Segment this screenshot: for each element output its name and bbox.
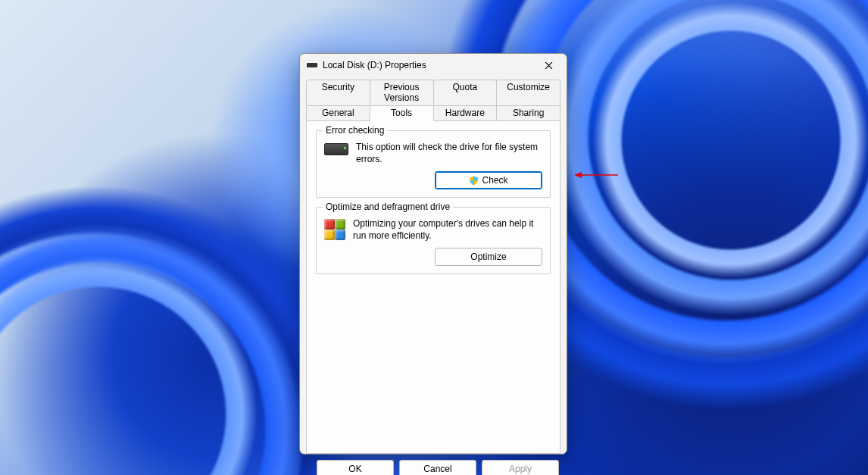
- ok-button[interactable]: OK: [317, 460, 394, 475]
- defragment-icon: [324, 219, 345, 240]
- apply-button[interactable]: Apply: [482, 460, 559, 475]
- properties-dialog: Local Disk (D:) Properties Security Prev…: [299, 53, 567, 455]
- tab-customize[interactable]: Customize: [496, 80, 560, 105]
- tab-general[interactable]: General: [306, 105, 370, 121]
- tab-previous-versions[interactable]: Previous Versions: [370, 80, 434, 105]
- cancel-button[interactable]: Cancel: [399, 460, 476, 475]
- tab-panel-tools: Error checking This option will check th…: [306, 120, 560, 454]
- group-error-checking: Error checking This option will check th…: [316, 130, 551, 198]
- apply-button-label: Apply: [509, 464, 532, 474]
- tab-hardware[interactable]: Hardware: [433, 105, 498, 121]
- check-button[interactable]: Check: [435, 171, 542, 189]
- drive-icon: [307, 63, 317, 67]
- optimize-button-label: Optimize: [470, 252, 506, 262]
- titlebar[interactable]: Local Disk (D:) Properties: [300, 54, 567, 77]
- group-optimize: Optimize and defragment drive Optimizing…: [316, 207, 551, 274]
- group-legend-error-checking: Error checking: [323, 125, 387, 136]
- close-button[interactable]: [532, 54, 565, 77]
- cancel-button-label: Cancel: [423, 464, 451, 474]
- ok-button-label: OK: [348, 464, 361, 474]
- tab-area: Security Previous Versions Quota Customi…: [300, 77, 567, 454]
- close-icon: [545, 61, 553, 70]
- optimize-button[interactable]: Optimize: [435, 248, 542, 266]
- error-checking-description: This option will check the drive for fil…: [356, 142, 542, 165]
- tab-tools[interactable]: Tools: [370, 105, 434, 121]
- tab-security[interactable]: Security: [306, 80, 370, 105]
- window-title: Local Disk (D:) Properties: [323, 60, 532, 70]
- hard-drive-icon: [324, 143, 348, 155]
- tab-sharing[interactable]: Sharing: [496, 105, 560, 121]
- uac-shield-icon: [469, 176, 479, 186]
- optimize-description: Optimizing your computer's drives can he…: [353, 218, 542, 242]
- group-legend-optimize: Optimize and defragment drive: [323, 202, 453, 212]
- dialog-footer: OK Cancel Apply: [300, 454, 567, 475]
- check-button-label: Check: [482, 175, 507, 186]
- tab-quota[interactable]: Quota: [433, 80, 498, 105]
